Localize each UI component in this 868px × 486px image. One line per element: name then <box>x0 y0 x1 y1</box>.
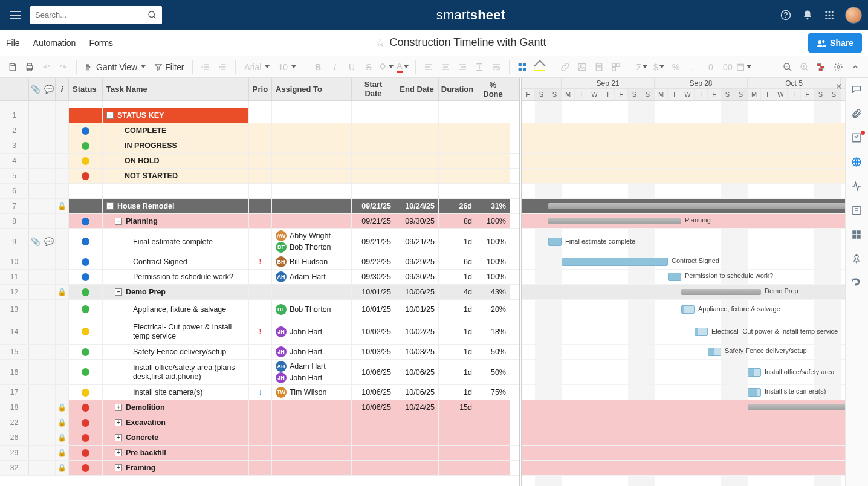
grid-row[interactable]: 1 −STATUS KEY <box>0 108 519 123</box>
comment-icon[interactable]: 💬 <box>44 237 54 246</box>
print-icon[interactable] <box>22 59 37 75</box>
gantt-bar[interactable] <box>548 238 562 246</box>
grid-row[interactable]: 18🔒 +Demolition 10/06/2510/24/25 15d <box>0 400 519 415</box>
collapse-toolbar-icon[interactable] <box>847 59 863 75</box>
app-launcher-icon[interactable] <box>823 9 835 21</box>
gantt-row[interactable] <box>522 199 845 214</box>
underline-icon[interactable]: U <box>344 59 360 75</box>
col-duration[interactable]: Duration <box>439 78 476 100</box>
brandfolder-icon[interactable] <box>851 277 863 290</box>
grid-row[interactable]: 13 Appliance, fixture & salvage BTBob Th… <box>0 300 519 319</box>
share-button[interactable]: Share <box>808 33 862 53</box>
publish-icon[interactable] <box>851 157 863 169</box>
zoom-out-icon[interactable] <box>780 59 795 75</box>
gantt-row[interactable]: Demo Prep <box>522 285 845 300</box>
grid-row[interactable]: 11 Permission to schedule work? AHAdam H… <box>0 270 519 285</box>
gantt-row[interactable] <box>522 430 845 446</box>
highlight-changes-icon[interactable] <box>531 59 547 75</box>
conversations-icon[interactable] <box>851 84 863 96</box>
expand-icon[interactable]: + <box>115 464 122 471</box>
summary-icon[interactable] <box>851 205 863 217</box>
gantt-row[interactable] <box>522 446 845 461</box>
gantt-pane[interactable]: Sep 21 Sep 28 Oct 5 FSSMTWTFSSMTWTFSSMTW… <box>522 78 845 486</box>
collapse-icon[interactable]: − <box>115 218 122 225</box>
gantt-bar[interactable] <box>748 368 761 377</box>
gantt-row[interactable] <box>522 101 845 108</box>
gantt-bar[interactable] <box>681 289 761 295</box>
align-center-icon[interactable] <box>438 59 453 75</box>
grid-pane[interactable]: 📎 💬 i Status Task Name Prio Assigned To … <box>0 78 522 486</box>
menu-automation[interactable]: Automation <box>33 38 76 48</box>
gantt-row[interactable]: Contract Signed <box>522 254 845 270</box>
italic-icon[interactable]: I <box>327 59 343 75</box>
grid-row[interactable]: 2 COMPLETE <box>0 123 519 138</box>
expand-icon[interactable]: + <box>115 404 122 411</box>
search-input[interactable] <box>35 10 147 19</box>
view-switcher[interactable]: Gantt View <box>82 59 149 75</box>
grid-row[interactable]: 14 Electrical- Cut power & Install temp … <box>0 319 519 345</box>
attachment-column-icon[interactable]: 📎 <box>29 78 42 100</box>
gantt-row[interactable]: Safety Fence delivery/setup <box>522 345 845 360</box>
col-task[interactable]: Task Name <box>103 78 249 100</box>
font-family[interactable]: Arial <box>241 59 273 75</box>
conditional-format-icon[interactable] <box>514 59 530 75</box>
gantt-row[interactable]: Appliance, fixture & salvage <box>522 300 845 319</box>
gantt-row[interactable] <box>522 400 845 415</box>
critical-path-icon[interactable] <box>814 59 829 75</box>
gantt-bar[interactable] <box>548 203 845 209</box>
proofs-icon[interactable] <box>851 132 863 144</box>
col-priority[interactable]: Prio <box>249 78 272 100</box>
filter-button[interactable]: Filter <box>151 59 187 75</box>
gantt-bar[interactable] <box>708 348 721 356</box>
comment-column-icon[interactable]: 💬 <box>42 78 56 100</box>
col-end[interactable]: End Date <box>395 78 439 100</box>
grid-row[interactable]: 29🔒 +Pre backfill <box>0 446 519 461</box>
currency-icon[interactable]: $ <box>651 59 667 75</box>
symbols-icon[interactable] <box>608 59 624 75</box>
gantt-bar[interactable] <box>668 273 681 281</box>
activity-log-icon[interactable] <box>851 181 863 193</box>
decimal-inc-icon[interactable]: .00 <box>719 59 734 75</box>
zoom-in-icon[interactable] <box>797 59 812 75</box>
grid-row[interactable]: 4 ON HOLD <box>0 154 519 169</box>
user-avatar[interactable] <box>845 7 862 24</box>
settings-icon[interactable] <box>831 59 846 75</box>
gantt-bar[interactable] <box>748 404 845 410</box>
collapse-icon[interactable]: − <box>115 288 122 296</box>
indent-icon[interactable] <box>215 59 230 75</box>
grid-row[interactable]: 10 Contract Signed ! BHBill Hudson 09/22… <box>0 254 519 270</box>
attachment-icon[interactable]: 📎 <box>31 237 40 246</box>
col-assigned[interactable]: Assigned To <box>272 78 352 100</box>
gantt-row[interactable] <box>522 108 845 123</box>
grid-row[interactable]: 12🔒 −Demo Prep 10/01/2510/06/25 4d43% <box>0 285 519 300</box>
grid-row[interactable]: 16 Install office/safety area (plans des… <box>0 360 519 385</box>
collapse-icon[interactable]: − <box>106 112 114 119</box>
col-status[interactable]: Status <box>69 78 103 100</box>
attachments-rail-icon[interactable] <box>851 108 863 120</box>
grid-row[interactable]: 8 −Planning 09/21/2509/30/25 8d100% <box>0 214 519 229</box>
gantt-row[interactable] <box>522 461 845 476</box>
menu-file[interactable]: File <box>6 38 20 48</box>
fill-color-icon[interactable] <box>378 59 394 75</box>
valign-icon[interactable] <box>471 59 487 75</box>
grid-row[interactable]: 15 Safety Fence delivery/setup JHJohn Ha… <box>0 345 519 360</box>
pin-icon[interactable] <box>851 253 863 265</box>
favorite-star-icon[interactable]: ☆ <box>375 36 385 50</box>
gantt-bar[interactable] <box>562 258 668 266</box>
attach-icon[interactable] <box>591 59 607 75</box>
gantt-row[interactable]: Final estimate complete <box>522 229 845 254</box>
font-size[interactable]: 10 <box>274 59 300 75</box>
grid-row[interactable]: 9 📎 💬 Final estimate complete AWAbby Wri… <box>0 229 519 254</box>
align-left-icon[interactable] <box>421 59 436 75</box>
date-format-icon[interactable] <box>736 59 751 75</box>
global-search[interactable] <box>30 6 162 24</box>
gantt-bar[interactable] <box>695 328 708 336</box>
decimal-dec-icon[interactable]: .0 <box>702 59 717 75</box>
gantt-row[interactable] <box>522 169 845 184</box>
grid-row[interactable]: 5 NOT STARTED <box>0 169 519 184</box>
gantt-bar[interactable] <box>681 305 695 314</box>
redo-icon[interactable]: ↷ <box>56 59 71 75</box>
notifications-icon[interactable] <box>802 9 814 21</box>
expand-icon[interactable]: + <box>115 434 122 441</box>
gantt-row[interactable] <box>522 184 845 199</box>
